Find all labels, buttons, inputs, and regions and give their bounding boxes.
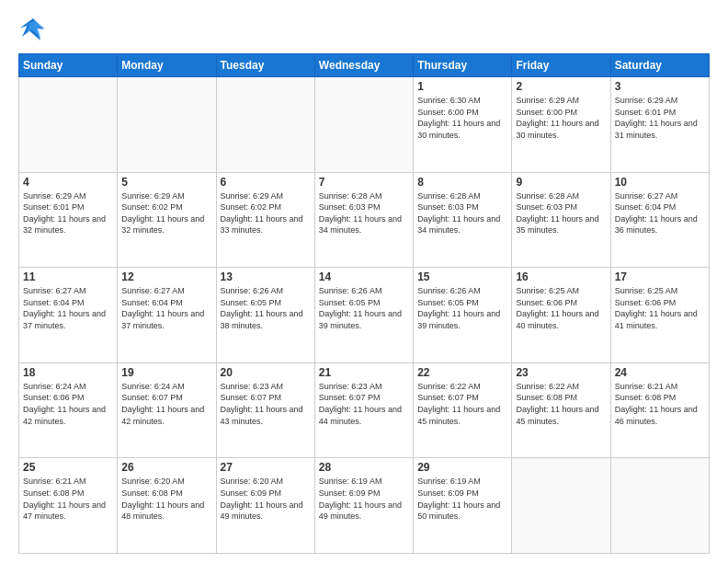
weekday-header-thursday: Thursday bbox=[414, 54, 512, 77]
calendar-cell bbox=[118, 77, 216, 173]
day-info: Sunrise: 6:26 AM Sunset: 6:05 PM Dayligh… bbox=[221, 285, 311, 331]
day-number: 13 bbox=[221, 270, 311, 283]
day-info: Sunrise: 6:21 AM Sunset: 6:08 PM Dayligh… bbox=[23, 476, 113, 522]
day-number: 26 bbox=[121, 461, 211, 474]
header bbox=[18, 15, 710, 44]
day-info: Sunrise: 6:23 AM Sunset: 6:07 PM Dayligh… bbox=[221, 381, 311, 427]
weekday-header-wednesday: Wednesday bbox=[314, 54, 413, 77]
day-info: Sunrise: 6:24 AM Sunset: 6:07 PM Dayligh… bbox=[121, 381, 211, 427]
calendar-cell: 17Sunrise: 6:25 AM Sunset: 6:06 PM Dayli… bbox=[610, 268, 709, 363]
day-info: Sunrise: 6:19 AM Sunset: 6:09 PM Dayligh… bbox=[417, 476, 507, 522]
calendar-cell: 18Sunrise: 6:24 AM Sunset: 6:06 PM Dayli… bbox=[19, 362, 118, 458]
weekday-header-sunday: Sunday bbox=[19, 54, 118, 77]
day-number: 25 bbox=[23, 461, 113, 474]
calendar-cell bbox=[314, 77, 413, 173]
day-number: 14 bbox=[319, 270, 409, 283]
calendar-cell: 8Sunrise: 6:28 AM Sunset: 6:03 PM Daylig… bbox=[414, 172, 512, 268]
calendar-cell: 29Sunrise: 6:19 AM Sunset: 6:09 PM Dayli… bbox=[414, 458, 512, 554]
calendar-cell: 3Sunrise: 6:29 AM Sunset: 6:01 PM Daylig… bbox=[610, 77, 709, 173]
day-info: Sunrise: 6:27 AM Sunset: 6:04 PM Dayligh… bbox=[23, 285, 113, 331]
calendar-table: SundayMondayTuesdayWednesdayThursdayFrid… bbox=[18, 53, 710, 554]
day-number: 2 bbox=[516, 80, 606, 93]
day-number: 23 bbox=[516, 366, 606, 379]
day-number: 29 bbox=[417, 461, 507, 474]
day-number: 28 bbox=[319, 461, 409, 474]
day-number: 24 bbox=[615, 366, 705, 379]
day-info: Sunrise: 6:29 AM Sunset: 6:02 PM Dayligh… bbox=[121, 190, 211, 236]
day-number: 8 bbox=[417, 176, 507, 189]
calendar-cell: 13Sunrise: 6:26 AM Sunset: 6:05 PM Dayli… bbox=[216, 268, 314, 363]
calendar-cell bbox=[512, 458, 610, 554]
calendar-cell: 6Sunrise: 6:29 AM Sunset: 6:02 PM Daylig… bbox=[216, 172, 314, 268]
day-info: Sunrise: 6:30 AM Sunset: 6:00 PM Dayligh… bbox=[417, 95, 507, 141]
calendar-header-row: SundayMondayTuesdayWednesdayThursdayFrid… bbox=[19, 54, 710, 77]
day-info: Sunrise: 6:22 AM Sunset: 6:07 PM Dayligh… bbox=[417, 381, 507, 427]
calendar-week-1: 1Sunrise: 6:30 AM Sunset: 6:00 PM Daylig… bbox=[19, 77, 710, 173]
day-number: 11 bbox=[23, 270, 113, 283]
calendar-cell: 1Sunrise: 6:30 AM Sunset: 6:00 PM Daylig… bbox=[414, 77, 512, 173]
day-info: Sunrise: 6:20 AM Sunset: 6:08 PM Dayligh… bbox=[121, 476, 211, 522]
day-number: 17 bbox=[615, 270, 705, 283]
calendar-cell: 11Sunrise: 6:27 AM Sunset: 6:04 PM Dayli… bbox=[19, 268, 118, 363]
day-info: Sunrise: 6:20 AM Sunset: 6:09 PM Dayligh… bbox=[221, 476, 311, 522]
day-info: Sunrise: 6:27 AM Sunset: 6:04 PM Dayligh… bbox=[121, 285, 211, 331]
day-number: 1 bbox=[417, 80, 507, 93]
calendar-cell: 4Sunrise: 6:29 AM Sunset: 6:01 PM Daylig… bbox=[19, 172, 118, 268]
logo-icon bbox=[18, 15, 48, 44]
day-number: 12 bbox=[121, 270, 211, 283]
day-info: Sunrise: 6:28 AM Sunset: 6:03 PM Dayligh… bbox=[319, 190, 409, 236]
calendar-week-4: 18Sunrise: 6:24 AM Sunset: 6:06 PM Dayli… bbox=[19, 362, 710, 458]
day-info: Sunrise: 6:29 AM Sunset: 6:01 PM Dayligh… bbox=[615, 95, 705, 141]
day-info: Sunrise: 6:28 AM Sunset: 6:03 PM Dayligh… bbox=[417, 190, 507, 236]
calendar-cell: 27Sunrise: 6:20 AM Sunset: 6:09 PM Dayli… bbox=[216, 458, 314, 554]
calendar-cell: 25Sunrise: 6:21 AM Sunset: 6:08 PM Dayli… bbox=[19, 458, 118, 554]
day-info: Sunrise: 6:27 AM Sunset: 6:04 PM Dayligh… bbox=[615, 190, 705, 236]
day-info: Sunrise: 6:25 AM Sunset: 6:06 PM Dayligh… bbox=[615, 285, 705, 331]
weekday-header-friday: Friday bbox=[512, 54, 610, 77]
calendar-cell: 21Sunrise: 6:23 AM Sunset: 6:07 PM Dayli… bbox=[314, 362, 413, 458]
calendar-cell: 2Sunrise: 6:29 AM Sunset: 6:00 PM Daylig… bbox=[512, 77, 610, 173]
day-info: Sunrise: 6:24 AM Sunset: 6:06 PM Dayligh… bbox=[23, 381, 113, 427]
logo bbox=[18, 15, 51, 44]
calendar-cell: 19Sunrise: 6:24 AM Sunset: 6:07 PM Dayli… bbox=[118, 362, 216, 458]
calendar-week-3: 11Sunrise: 6:27 AM Sunset: 6:04 PM Dayli… bbox=[19, 268, 710, 363]
day-number: 18 bbox=[23, 366, 113, 379]
day-number: 3 bbox=[615, 80, 705, 93]
day-number: 10 bbox=[615, 176, 705, 189]
weekday-header-saturday: Saturday bbox=[610, 54, 709, 77]
day-info: Sunrise: 6:22 AM Sunset: 6:08 PM Dayligh… bbox=[516, 381, 606, 427]
calendar-cell: 24Sunrise: 6:21 AM Sunset: 6:08 PM Dayli… bbox=[610, 362, 709, 458]
day-number: 21 bbox=[319, 366, 409, 379]
page: SundayMondayTuesdayWednesdayThursdayFrid… bbox=[0, 0, 728, 563]
day-info: Sunrise: 6:19 AM Sunset: 6:09 PM Dayligh… bbox=[319, 476, 409, 522]
day-info: Sunrise: 6:25 AM Sunset: 6:06 PM Dayligh… bbox=[516, 285, 606, 331]
calendar-cell: 20Sunrise: 6:23 AM Sunset: 6:07 PM Dayli… bbox=[216, 362, 314, 458]
day-number: 20 bbox=[221, 366, 311, 379]
calendar-cell: 14Sunrise: 6:26 AM Sunset: 6:05 PM Dayli… bbox=[314, 268, 413, 363]
calendar-cell: 28Sunrise: 6:19 AM Sunset: 6:09 PM Dayli… bbox=[314, 458, 413, 554]
calendar-cell bbox=[216, 77, 314, 173]
calendar-cell bbox=[19, 77, 118, 173]
calendar-cell: 16Sunrise: 6:25 AM Sunset: 6:06 PM Dayli… bbox=[512, 268, 610, 363]
calendar-week-2: 4Sunrise: 6:29 AM Sunset: 6:01 PM Daylig… bbox=[19, 172, 710, 268]
day-number: 15 bbox=[417, 270, 507, 283]
day-info: Sunrise: 6:29 AM Sunset: 6:00 PM Dayligh… bbox=[516, 95, 606, 141]
day-info: Sunrise: 6:26 AM Sunset: 6:05 PM Dayligh… bbox=[319, 285, 409, 331]
day-number: 9 bbox=[516, 176, 606, 189]
calendar-week-5: 25Sunrise: 6:21 AM Sunset: 6:08 PM Dayli… bbox=[19, 458, 710, 554]
day-info: Sunrise: 6:26 AM Sunset: 6:05 PM Dayligh… bbox=[417, 285, 507, 331]
day-number: 5 bbox=[121, 176, 211, 189]
calendar-cell: 15Sunrise: 6:26 AM Sunset: 6:05 PM Dayli… bbox=[414, 268, 512, 363]
day-number: 6 bbox=[221, 176, 311, 189]
calendar-cell: 10Sunrise: 6:27 AM Sunset: 6:04 PM Dayli… bbox=[610, 172, 709, 268]
day-number: 4 bbox=[23, 176, 113, 189]
day-info: Sunrise: 6:29 AM Sunset: 6:01 PM Dayligh… bbox=[23, 190, 113, 236]
calendar-cell bbox=[610, 458, 709, 554]
calendar-cell: 9Sunrise: 6:28 AM Sunset: 6:03 PM Daylig… bbox=[512, 172, 610, 268]
day-number: 16 bbox=[516, 270, 606, 283]
day-info: Sunrise: 6:23 AM Sunset: 6:07 PM Dayligh… bbox=[319, 381, 409, 427]
calendar-cell: 26Sunrise: 6:20 AM Sunset: 6:08 PM Dayli… bbox=[118, 458, 216, 554]
day-info: Sunrise: 6:28 AM Sunset: 6:03 PM Dayligh… bbox=[516, 190, 606, 236]
calendar-cell: 5Sunrise: 6:29 AM Sunset: 6:02 PM Daylig… bbox=[118, 172, 216, 268]
calendar-cell: 22Sunrise: 6:22 AM Sunset: 6:07 PM Dayli… bbox=[414, 362, 512, 458]
